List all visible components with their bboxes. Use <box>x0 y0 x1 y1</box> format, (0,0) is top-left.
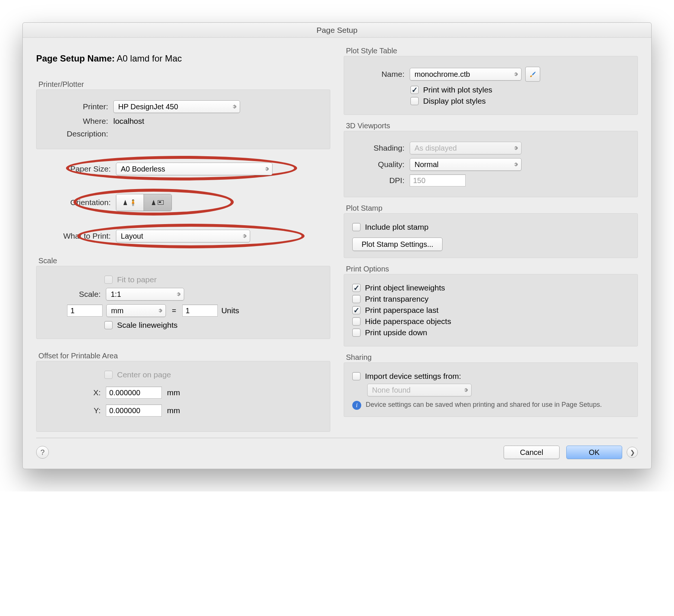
plot-stamp-settings-button[interactable]: Plot Stamp Settings... <box>352 238 442 251</box>
print-with-plot-styles-label: Print with plot styles <box>423 85 492 94</box>
offset-x-input[interactable] <box>106 387 162 399</box>
paper-size-select[interactable]: A0 Boderless <box>116 163 273 175</box>
printer-plotter-group: Printer: HP DesignJet 450 Where: localho… <box>36 89 330 149</box>
where-value: localhost <box>113 117 144 126</box>
print-transparency-label: Print transparency <box>365 295 428 304</box>
print-options-group: Print object lineweights Print transpare… <box>344 274 638 346</box>
viewports-legend: 3D Viewports <box>346 122 638 130</box>
edit-plot-style-button[interactable]: 🖌️ <box>525 67 540 82</box>
viewports-group: Shading: As displayed Quality: Normal DP… <box>344 131 638 197</box>
scale-group: Fit to paper Scale: 1:1 mm = <box>36 266 330 339</box>
print-upside-down-checkbox[interactable] <box>352 329 360 337</box>
offset-legend: Offset for Printable Area <box>38 352 330 360</box>
offset-group: Center on page X: mm Y: mm <box>36 361 330 432</box>
offset-y-input[interactable] <box>106 405 162 417</box>
what-to-print-select[interactable]: Layout <box>116 230 250 242</box>
center-on-page-checkbox <box>104 371 113 379</box>
print-lineweights-label: Print object lineweights <box>365 283 445 292</box>
page-setup-name-label: Page Setup Name: <box>36 53 115 63</box>
units-label: Units <box>221 306 239 315</box>
orientation-portrait-button[interactable]: 🧍 <box>116 194 144 211</box>
print-paperspace-last-label: Print paperspace last <box>365 306 438 315</box>
plot-stamp-legend: Plot Stamp <box>346 204 638 213</box>
import-device-settings-label: Import device settings from: <box>365 372 461 381</box>
arrow-up-icon <box>152 200 155 205</box>
person-icon: 🧍 <box>129 199 137 206</box>
center-on-page-label: Center on page <box>117 370 171 379</box>
include-plot-stamp-label: Include plot stamp <box>365 223 428 232</box>
offset-x-label: X: <box>45 388 101 397</box>
print-with-plot-styles-checkbox[interactable] <box>410 86 419 94</box>
printer-select[interactable]: HP DesignJet 450 <box>113 100 240 113</box>
printer-plotter-legend: Printer/Plotter <box>38 80 330 89</box>
description-label: Description: <box>45 129 108 138</box>
window-title: Page Setup <box>23 23 651 38</box>
plot-stamp-group: Include plot stamp Plot Stamp Settings..… <box>344 213 638 258</box>
hide-paperspace-checkbox[interactable] <box>352 317 360 326</box>
hide-paperspace-label: Hide paperspace objects <box>365 317 451 326</box>
scale-lineweights-label: Scale lineweights <box>117 321 177 330</box>
quality-label: Quality: <box>352 160 404 169</box>
print-lineweights-checkbox[interactable] <box>352 284 360 292</box>
scale-right-input[interactable] <box>182 305 218 317</box>
display-plot-styles-label: Display plot styles <box>423 97 486 106</box>
cancel-button[interactable]: Cancel <box>504 446 560 459</box>
fit-to-paper-label: Fit to paper <box>117 275 157 284</box>
import-device-settings-checkbox[interactable] <box>352 372 360 380</box>
scale-lineweights-checkbox[interactable] <box>104 321 113 329</box>
offset-y-label: Y: <box>45 406 101 415</box>
landscape-doc-icon <box>158 200 164 205</box>
where-label: Where: <box>45 117 108 126</box>
scale-legend: Scale <box>38 257 330 265</box>
scale-select[interactable]: 1:1 <box>106 288 184 301</box>
info-icon: i <box>352 401 361 410</box>
offset-y-unit: mm <box>167 406 180 415</box>
expand-button[interactable]: ❯ <box>627 447 638 458</box>
import-source-select: None found <box>367 384 472 396</box>
display-plot-styles-checkbox[interactable] <box>410 97 419 105</box>
scale-left-input[interactable] <box>67 305 103 317</box>
orientation-segment: 🧍 <box>116 194 172 211</box>
plot-style-legend: Plot Style Table <box>346 47 638 55</box>
plot-style-name-label: Name: <box>352 70 404 79</box>
page-setup-name-row: Page Setup Name: A0 lamd for Mac <box>36 53 330 64</box>
shading-label: Shading: <box>352 144 404 153</box>
help-button[interactable]: ? <box>36 446 49 459</box>
pencil-icon: 🖌️ <box>530 72 536 77</box>
fit-to-paper-checkbox <box>104 276 113 284</box>
scale-unit-select[interactable]: mm <box>106 304 166 317</box>
print-upside-down-label: Print upside down <box>365 328 427 337</box>
offset-x-unit: mm <box>167 388 180 397</box>
plot-style-name-select[interactable]: monochrome.ctb <box>410 68 522 81</box>
printer-label: Printer: <box>45 102 108 111</box>
sharing-info-text: Device settings can be saved when printi… <box>366 401 602 410</box>
print-paperspace-last-checkbox[interactable] <box>352 306 360 314</box>
dpi-input <box>410 175 466 186</box>
arrow-up-icon <box>123 200 127 205</box>
orientation-label: Orientation: <box>36 198 111 207</box>
include-plot-stamp-checkbox[interactable] <box>352 223 360 231</box>
scale-label: Scale: <box>45 290 101 299</box>
paper-size-label: Paper Size: <box>36 164 111 173</box>
ok-button[interactable]: OK <box>566 446 622 459</box>
footer-divider <box>36 438 638 438</box>
dpi-label: DPI: <box>352 176 404 185</box>
what-to-print-label: What to Print: <box>36 232 111 241</box>
chevron-right-icon: ❯ <box>630 449 635 456</box>
page-setup-dialog: Page Setup Page Setup Name: A0 lamd for … <box>22 22 652 469</box>
page-setup-name-value: A0 lamd for Mac <box>117 53 182 63</box>
equals-label: = <box>172 307 176 315</box>
shading-select: As displayed <box>410 142 522 154</box>
print-transparency-checkbox[interactable] <box>352 295 360 303</box>
quality-select[interactable]: Normal <box>410 158 522 171</box>
orientation-landscape-button[interactable] <box>144 194 171 211</box>
plot-style-group: Name: monochrome.ctb 🖌️ Print with plot … <box>344 56 638 115</box>
sharing-group: Import device settings from: None found … <box>344 362 638 417</box>
sharing-legend: Sharing <box>346 353 638 362</box>
print-options-legend: Print Options <box>346 265 638 273</box>
